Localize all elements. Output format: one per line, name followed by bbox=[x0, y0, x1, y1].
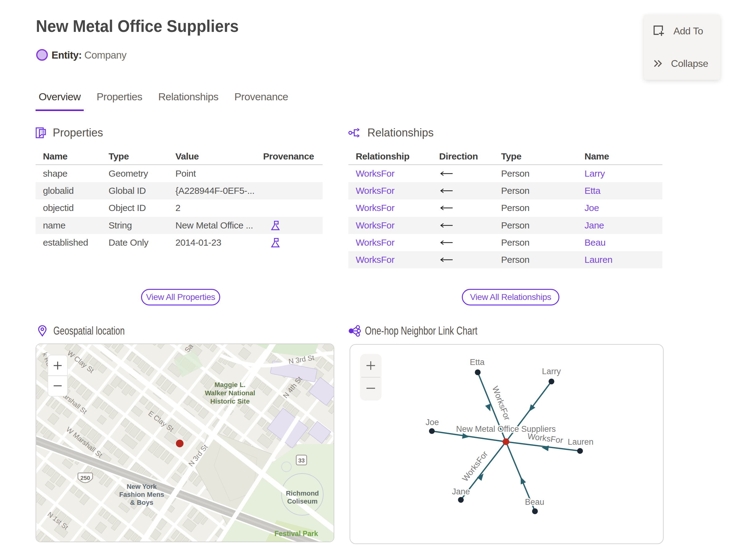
svg-text:& Boys: & Boys bbox=[130, 499, 153, 506]
svg-text:Historic Site: Historic Site bbox=[210, 397, 250, 405]
svg-text:WorksFor: WorksFor bbox=[460, 449, 489, 483]
svg-text:250: 250 bbox=[80, 475, 90, 481]
svg-text:New York: New York bbox=[127, 483, 157, 490]
svg-text:Lauren: Lauren bbox=[568, 437, 593, 447]
svg-text:Fashion Mens: Fashion Mens bbox=[119, 491, 164, 498]
svg-text:33: 33 bbox=[298, 457, 305, 464]
svg-text:WorksFor: WorksFor bbox=[527, 432, 563, 445]
svg-text:New Metal Office Suppliers: New Metal Office Suppliers bbox=[456, 424, 556, 434]
svg-text:Etta: Etta bbox=[470, 358, 485, 367]
svg-text:Beau: Beau bbox=[525, 497, 544, 507]
svg-text:WorksFor: WorksFor bbox=[491, 385, 512, 422]
svg-text:Jane: Jane bbox=[452, 487, 470, 496]
svg-text:Coliseum: Coliseum bbox=[287, 497, 317, 505]
svg-text:Richmond: Richmond bbox=[286, 489, 319, 497]
svg-text:Walker National: Walker National bbox=[205, 389, 255, 397]
svg-text:Larry: Larry bbox=[542, 367, 561, 376]
svg-text:Festival Park: Festival Park bbox=[274, 530, 318, 538]
svg-text:Maggie L.: Maggie L. bbox=[214, 381, 245, 389]
svg-text:Joe: Joe bbox=[426, 418, 439, 427]
